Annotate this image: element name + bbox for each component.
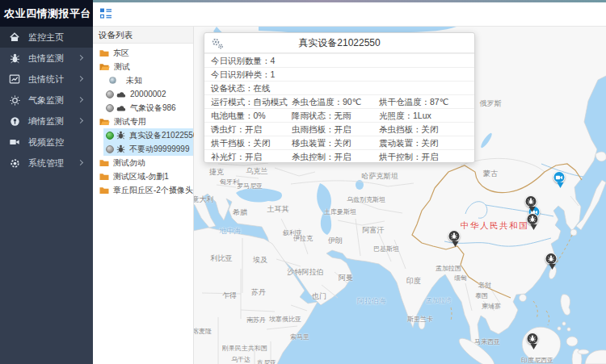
status-dot: [106, 132, 114, 140]
move-device: 移虫装置：关闭: [292, 136, 379, 150]
insect-marker-pin[interactable]: [527, 333, 541, 351]
rain-status: 降雨状态：无雨: [292, 109, 379, 123]
app-title: 农业四情测报平台: [0, 0, 93, 27]
device-label: 测试区域-勿删1: [113, 171, 169, 182]
device-tree-row[interactable]: 测试勿动: [93, 156, 193, 169]
app-window: 农业四情测报平台 监控主页 虫情监测 虫情统计 气象监测: [0, 0, 606, 364]
insect-icon: [545, 253, 558, 265]
device-label: 测试勿动: [113, 157, 145, 169]
dry-baffle: 烘干挡板：关闭: [211, 136, 292, 150]
gear-icon: [9, 157, 20, 169]
folder-open-icon: [99, 118, 110, 126]
sidebar-item-video-monitor[interactable]: 视频监控: [0, 132, 93, 153]
device-label: 章丘阳丘区-2个摄像头: [113, 185, 193, 196]
weather-device-icon: [116, 90, 126, 98]
soil-globe-icon: [9, 115, 20, 127]
insect-device-icon: [116, 144, 125, 153]
dry-bin-temp: 烘干仓温度：87℃: [379, 95, 474, 109]
folder-icon: [99, 49, 109, 57]
sidebar-item-monitor-home[interactable]: 监控主页: [0, 27, 93, 48]
insect-marker-pin[interactable]: [525, 195, 539, 214]
insect-icon: [527, 213, 539, 225]
weather-icon: [9, 94, 20, 106]
recognition-count: 今日识别数量：4: [211, 54, 292, 68]
insect-marker-pin[interactable]: [527, 213, 541, 232]
device-tree-row[interactable]: 测试专用: [93, 115, 193, 128]
device-info-popup: 真实设备21022550 今日识别数量：4 今日识别种类：1 设备状态：在线 运…: [204, 32, 475, 163]
recognition-species: 今日识别种类：1: [211, 68, 292, 82]
device-label: 测试专用: [114, 116, 146, 128]
topbar: [93, 0, 606, 27]
popup-header: 真实设备21022550: [204, 33, 474, 53]
sidebar-item-label: 虫情统计: [28, 73, 64, 86]
device-tree-row[interactable]: 未知: [93, 73, 193, 87]
sidebar-item-soil-monitor[interactable]: 墒情监测: [0, 111, 93, 132]
device-label: 未知: [126, 75, 142, 86]
folder-icon: [99, 159, 109, 167]
insect-marker-pin[interactable]: [448, 230, 462, 249]
sidebar-item-label: 系统管理: [28, 157, 64, 169]
device-list-panel: 设备列表: [93, 27, 194, 364]
device-label: 气象设备986: [130, 103, 176, 114]
device-label: 测试: [114, 61, 130, 73]
sidebar-item-label: 虫情监测: [28, 52, 64, 65]
sidebar-item-system-manage[interactable]: 系统管理: [0, 153, 93, 174]
dry-control: 烘干控制：开启: [379, 150, 474, 164]
kill-baffle: 杀虫挡板：关闭: [379, 123, 474, 136]
device-tree-toggle-icon[interactable]: [99, 7, 112, 20]
device-tree-row[interactable]: 测试区域-勿删1: [93, 169, 193, 183]
device-tree-row[interactable]: 气象设备986: [93, 101, 193, 115]
sidebar: 农业四情测报平台 监控主页 虫情监测 虫情统计 气象监测: [0, 0, 93, 364]
bug-icon: [9, 52, 20, 64]
folder-icon: [99, 173, 109, 181]
sidebar-item-insect-monitor[interactable]: 虫情监测: [0, 48, 93, 69]
chart-icon: [9, 73, 20, 85]
device-tree-row[interactable]: 不要动99999999: [103, 142, 193, 156]
rain-baffle: 虫雨挡板：开启: [292, 123, 379, 136]
folder-icon: [99, 186, 109, 195]
device-label: 20000002: [130, 90, 166, 98]
device-list-header: 设备列表: [93, 27, 193, 44]
device-label: 东区: [113, 48, 129, 59]
insect-icon: [525, 195, 537, 207]
home-icon: [9, 31, 20, 43]
sidebar-item-insect-stats[interactable]: 虫情统计: [0, 69, 93, 90]
device-tree-row[interactable]: 章丘阳丘区-2个摄像头: [93, 183, 193, 197]
device-tree-row[interactable]: 真实设备21022550: [103, 128, 193, 142]
folder-open-icon: [99, 63, 110, 71]
lure-lamp: 诱虫灯：开启: [211, 123, 292, 136]
fill-light: 补光灯：开启: [211, 150, 292, 164]
device-tree-row[interactable]: 东区: [93, 46, 193, 60]
device-status: 设备状态：在线: [211, 82, 292, 95]
vibrate-device: 震动装置：关闭: [379, 136, 474, 150]
sidebar-item-weather-monitor[interactable]: 气象监测: [0, 90, 93, 111]
battery-level: 电池电量：0%: [211, 109, 292, 123]
device-tree: 东区: [93, 44, 193, 197]
kill-bin-temp: 杀虫仓温度：90℃: [292, 95, 379, 109]
popup-device-title: 真实设备21022550: [204, 33, 474, 53]
status-dot: [106, 104, 114, 112]
video-icon: [9, 136, 20, 148]
settings-gears-icon[interactable]: [211, 37, 224, 50]
device-tree-row[interactable]: 测试: [93, 60, 193, 73]
insect-icon: [448, 230, 461, 242]
device-label: 真实设备21022550: [129, 130, 198, 141]
sidebar-item-label: 墒情监测: [28, 115, 64, 128]
run-mode: 运行模式：自动模式: [211, 95, 292, 109]
insect-marker-pin[interactable]: [545, 253, 559, 271]
status-dot: [106, 145, 114, 153]
device-tree-row[interactable]: 20000002: [93, 87, 193, 101]
sidebar-item-label: 视频监控: [28, 136, 64, 149]
sidebar-item-label: 气象监测: [28, 94, 64, 107]
unknown-dome-icon: [109, 77, 116, 84]
status-dot: [106, 90, 114, 98]
weather-device-icon: [116, 104, 126, 112]
camera-icon: [553, 171, 566, 183]
device-label: 不要动99999999: [129, 144, 190, 155]
illuminance: 光照度：1Lux: [379, 109, 474, 123]
insect-device-icon: [116, 131, 125, 140]
kill-control: 杀虫控制：开启: [292, 150, 379, 164]
insect-icon: [527, 333, 539, 345]
camera-marker-pin[interactable]: [553, 171, 567, 190]
sidebar-item-label: 监控主页: [28, 31, 64, 44]
